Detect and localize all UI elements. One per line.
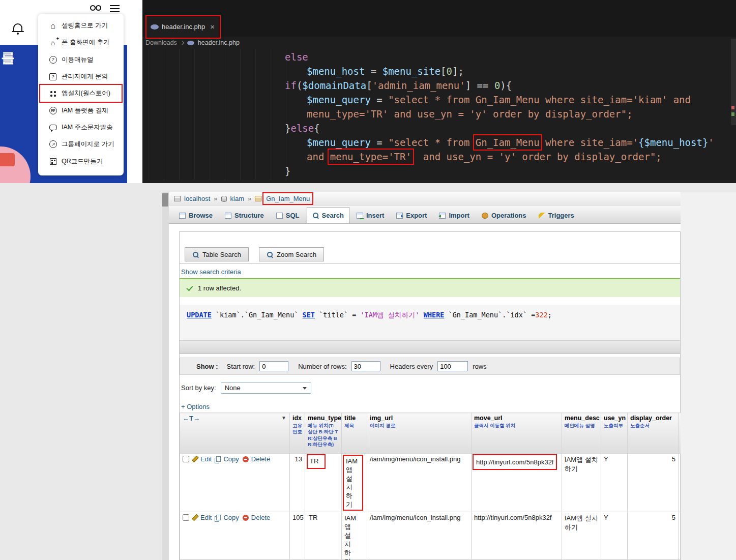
delete-link[interactable]: Delete — [251, 514, 271, 521]
breadcrumb-folder[interactable]: Downloads — [145, 39, 177, 46]
tab-search[interactable]: Search — [307, 207, 349, 223]
start-row-input[interactable] — [259, 361, 288, 371]
tab-export[interactable]: Export — [391, 208, 432, 223]
sort-key-select[interactable]: None — [221, 382, 311, 394]
header-use-yn[interactable]: use_yn노출여부 — [601, 413, 628, 454]
minimap-mark-green — [731, 112, 734, 116]
editor-tab-bar: header.inc.php × — [142, 0, 736, 37]
red-highlight-move-url: http://tinyurl.com/5n8pk32f — [475, 457, 554, 467]
breadcrumb-server[interactable]: localhost — [184, 195, 210, 202]
qr-code-icon — [48, 157, 58, 166]
structure-icon — [225, 213, 231, 219]
mobile-dropdown-menu: 셀링홈으로 가기 폰 홈화면에 추가 이용매뉴얼 관리자에게 문의 앱설치(원스… — [38, 14, 124, 175]
cell-menu-type: TR — [305, 512, 342, 560]
subtab-zoom-search[interactable]: Zoom Search — [259, 247, 324, 261]
transpose-control[interactable]: ←T→ — [183, 415, 200, 422]
success-check-icon — [186, 284, 193, 292]
header-menu-desc[interactable]: menu_desc메인메뉴 설명 — [562, 413, 601, 454]
delete-link[interactable]: Delete — [251, 455, 271, 463]
copy-link[interactable]: Copy — [223, 514, 239, 521]
cell-display-order: 5 — [628, 454, 679, 512]
tab-import[interactable]: Import — [434, 208, 474, 223]
tabs-count-icon[interactable] — [90, 5, 101, 10]
show-search-criteria-link[interactable]: Show search criteria — [181, 268, 241, 276]
header-img-url[interactable]: img_url이미지 경로 — [367, 413, 472, 454]
number-of-rows-label: Number of rows: — [298, 363, 346, 370]
menu-item-platform-payment[interactable]: IAM 플랫폼 결제 — [40, 102, 122, 119]
header-menu-type[interactable]: menu_type메뉴 위치(T:상단 B:하단 TR:상단우측 BR:하단우측… — [305, 413, 342, 454]
breadcrumb-file[interactable]: header.inc.php — [198, 39, 240, 46]
menu-item-contact-admin[interactable]: 관리자에게 문의 — [40, 68, 122, 85]
rows-label: rows — [473, 363, 486, 370]
menu-item-group-page[interactable]: 그룹페이지로 가기 — [40, 136, 122, 153]
hamburger-menu-icon[interactable] — [110, 5, 120, 12]
background-right — [681, 192, 736, 560]
sql-icon — [276, 213, 283, 219]
tab-insert[interactable]: Insert — [351, 208, 389, 223]
menu-item-manual[interactable]: 이용매뉴얼 — [40, 51, 122, 68]
tab-sql[interactable]: SQL — [271, 208, 305, 223]
success-message-bar: 1 row affected. — [180, 278, 680, 297]
vertical-scrollbar[interactable] — [162, 192, 169, 560]
results-table: ←T→ ▼ idx고유 번호 menu_type메뉴 위치(T:상단 B:하단 … — [180, 412, 681, 560]
cell-move-url: http://tinyurl.com/5n8pk32f — [472, 454, 562, 512]
scrollbar-thumb[interactable] — [162, 193, 168, 207]
breadcrumb-database[interactable]: kiam — [230, 195, 244, 202]
php-file-icon — [151, 24, 159, 30]
breadcrumb-table[interactable]: Gn_Iam_Menu — [265, 195, 311, 202]
menu-item-selling-home[interactable]: 셀링홈으로 가기 — [40, 17, 122, 34]
edit-link[interactable]: Edit — [200, 455, 212, 463]
options-toggle-link[interactable]: + Options — [181, 403, 210, 410]
contact-admin-icon — [48, 72, 58, 81]
sort-controls: Sort by key: None — [181, 382, 311, 394]
tab-operations[interactable]: Operations — [477, 208, 532, 223]
header-title[interactable]: title제목 — [342, 413, 367, 454]
triggers-icon — [539, 213, 545, 219]
tab-structure[interactable]: Structure — [220, 208, 269, 223]
cell-actions: Edit Copy Delete — [180, 512, 290, 560]
copy-link[interactable]: Copy — [223, 455, 239, 463]
red-highlight-menu-type: TR — [309, 456, 323, 467]
pagination-controls: Show : Start row: Number of rows: Header… — [180, 358, 680, 375]
row-checkbox[interactable] — [183, 456, 189, 462]
mobile-site-section: 를 셀링홈으로 가기 폰 홈화면에 추가 이용매뉴얼 관리자에게 문의 앱설치(… — [0, 0, 142, 192]
breadcrumb-separator: » — [214, 195, 217, 202]
number-of-rows-input[interactable] — [351, 361, 380, 371]
group-page-icon — [48, 140, 58, 149]
sql-toolbar-strip — [180, 340, 680, 354]
cell-partial — [679, 454, 681, 512]
cell-move-url: http://tinyurl.com/5n8pk32f — [472, 512, 562, 560]
tab-close-icon[interactable]: × — [210, 22, 215, 31]
header-idx[interactable]: idx고유 번호 — [290, 413, 305, 454]
header-actions: ←T→ ▼ — [180, 413, 290, 454]
menu-item-sms-send[interactable]: IAM 주소문자발송 — [40, 119, 122, 136]
search-icon — [312, 212, 319, 219]
subtab-table-search[interactable]: Table Search — [185, 247, 249, 261]
copy-icon — [216, 456, 221, 462]
cell-idx: 13 — [290, 454, 305, 512]
minimap-mark-red — [731, 106, 734, 109]
hero-text: 를 — [1, 49, 15, 67]
cell-actions: Edit Copy Delete — [180, 454, 290, 512]
menu-item-qr-code[interactable]: QR코드만들기 — [40, 153, 122, 169]
row-checkbox[interactable] — [183, 514, 189, 521]
notification-bell-icon[interactable] — [13, 23, 22, 31]
cell-menu-desc: IAM앱 설치 하기 — [562, 512, 601, 560]
edit-link[interactable]: Edit — [200, 514, 212, 521]
cell-img-url: /iam/img/menu/icon_install.png — [367, 454, 472, 512]
menu-item-app-install[interactable]: 앱설치(원스토어) — [40, 85, 122, 102]
sort-dropdown-icon[interactable]: ▼ — [281, 415, 286, 421]
server-icon — [174, 196, 181, 201]
table-row: Edit Copy Delete 105 TR IAM앱설치하기 /iam/im… — [180, 512, 681, 560]
payment-icon — [48, 106, 58, 115]
tab-triggers[interactable]: Triggers — [534, 208, 579, 223]
tab-browse[interactable]: Browse — [174, 208, 218, 223]
headers-every-input[interactable] — [437, 361, 468, 371]
browse-icon — [179, 213, 186, 219]
chevron-right-icon — [180, 41, 184, 45]
cell-use-yn: Y — [601, 454, 628, 512]
editor-tab-header-inc-php[interactable]: header.inc.php × — [146, 17, 219, 37]
header-move-url[interactable]: move_url클릭시 이동할 위치 — [472, 413, 562, 454]
header-display-order[interactable]: display_order노출순서 — [628, 413, 679, 454]
menu-item-add-to-home[interactable]: 폰 홈화면에 추가 — [40, 34, 122, 51]
